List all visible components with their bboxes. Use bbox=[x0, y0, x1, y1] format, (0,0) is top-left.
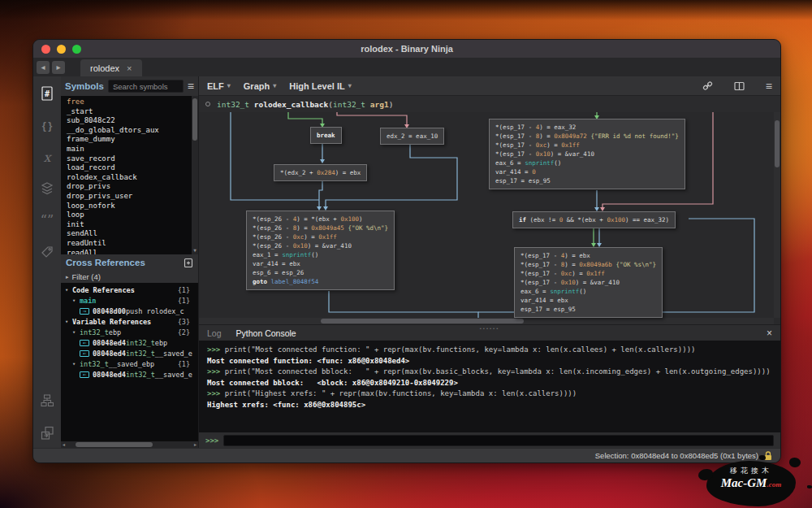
menu-elf[interactable]: ELF▾ bbox=[207, 81, 231, 91]
xrefs-panel-icon[interactable] bbox=[37, 420, 58, 445]
link-icon[interactable] bbox=[702, 80, 713, 91]
panel-resize-handle[interactable]: •••••• bbox=[480, 326, 500, 331]
symbol-item[interactable]: drop_privs_user bbox=[67, 192, 198, 202]
xref-row[interactable]: ▾main{1} bbox=[61, 295, 198, 306]
console-input[interactable] bbox=[223, 435, 774, 446]
scroll-down-icon[interactable]: ▼ bbox=[192, 245, 198, 254]
tags-icon[interactable] bbox=[37, 240, 58, 264]
stack-icon[interactable] bbox=[37, 176, 58, 201]
xref-row[interactable]: ←08048ed4 int32_t __saved_e bbox=[61, 348, 198, 358]
status-bar: Selection: 0x8048ed4 to 0x8048ed5 (0x1 b… bbox=[33, 448, 780, 462]
console-output[interactable]: >>> print("Most connected function: " + … bbox=[199, 341, 780, 432]
sidebar-icon-strip: # { } x “” bbox=[33, 76, 61, 448]
caret-down-icon: ▾ bbox=[273, 82, 276, 89]
strings-icon[interactable]: “” bbox=[37, 208, 58, 232]
xref-row[interactable]: ▾int32_t ebp{2} bbox=[61, 327, 198, 337]
symbol-item[interactable]: loop_nofork bbox=[67, 202, 198, 211]
back-button[interactable]: ◂ bbox=[37, 61, 50, 74]
twisty-icon[interactable]: ▸ bbox=[66, 274, 69, 280]
xref-out-icon: → bbox=[80, 308, 89, 315]
split-view-icon[interactable] bbox=[734, 81, 745, 91]
symbols-scrollbar[interactable]: ▲ ▼ bbox=[192, 96, 198, 254]
xref-row[interactable]: ▾Variable References{3} bbox=[61, 316, 198, 327]
caret-down-icon: ▾ bbox=[227, 82, 231, 89]
graph-vscrollbar[interactable] bbox=[774, 112, 780, 318]
minimize-window-button[interactable] bbox=[57, 45, 66, 54]
symbol-item[interactable]: _start bbox=[67, 107, 198, 117]
graph-hscrollbar[interactable] bbox=[199, 318, 774, 324]
symbol-item[interactable]: frame_dummy bbox=[67, 135, 198, 145]
types-icon[interactable]: { } bbox=[37, 113, 58, 137]
menu-graph[interactable]: Graph▾ bbox=[244, 81, 276, 91]
xref-in-icon: ← bbox=[80, 371, 89, 378]
console-line: Most connected bblock: <block: x86@0x804… bbox=[207, 378, 772, 389]
mini-graph-icon[interactable] bbox=[37, 389, 58, 413]
graph-view[interactable]: breakedx_2 = eax_10*(edx_2 + 0x284) = eb… bbox=[199, 112, 780, 324]
twisty-icon[interactable]: ▾ bbox=[72, 297, 80, 304]
forward-button[interactable]: ▸ bbox=[52, 61, 65, 74]
tab-label: rolodex bbox=[90, 63, 119, 73]
filter-label: Filter (4) bbox=[72, 272, 101, 281]
symbol-item[interactable]: drop_privs bbox=[67, 182, 198, 192]
symbol-item[interactable]: free bbox=[67, 98, 198, 107]
block-ok-d[interactable]: *(esp_26 - 4) = *(ebx + 0x100)*(esp_26 -… bbox=[246, 211, 395, 290]
symbol-item[interactable]: save_record bbox=[67, 154, 198, 164]
block-if[interactable]: if (ebx != 0 && *(ebx + 0x100) == eax_32… bbox=[512, 211, 676, 228]
symbol-item[interactable]: __do_global_dtors_aux bbox=[67, 126, 198, 136]
symbol-item[interactable]: main bbox=[67, 145, 198, 154]
symbol-item[interactable]: sub_8048c22 bbox=[67, 116, 198, 126]
symbol-item[interactable]: rolodex_callback bbox=[67, 173, 198, 183]
symbols-menu-icon[interactable]: ≡ bbox=[188, 80, 194, 92]
main-view: ELF▾ Graph▾ High Level IL▾ bbox=[199, 76, 780, 448]
xref-row[interactable]: ▾Code References{1} bbox=[61, 284, 198, 295]
symbol-item[interactable]: loop bbox=[67, 211, 198, 220]
watermark-line1: 移花接木 bbox=[706, 466, 796, 476]
scroll-right-icon[interactable]: ▸ bbox=[194, 441, 197, 448]
tab-python-console[interactable]: Python Console bbox=[236, 328, 296, 338]
variables-icon[interactable]: x bbox=[37, 145, 58, 169]
xref-row[interactable]: ▾int32_t __saved_ebp{1} bbox=[61, 358, 198, 369]
xref-row[interactable]: ←08048ed4 int32_t ebp bbox=[61, 337, 198, 348]
block-err[interactable]: *(esp_17 - 4) = eax_32*(esp_17 - 8) = 0x… bbox=[489, 119, 685, 189]
new-pane-icon[interactable] bbox=[184, 258, 193, 268]
search-input[interactable] bbox=[108, 80, 184, 93]
symbol-item[interactable]: init bbox=[67, 220, 198, 230]
function-signature-bar[interactable]: int32_t rolodex_callback(int32_t arg1) bbox=[199, 96, 780, 112]
tab-log[interactable]: Log bbox=[207, 328, 222, 338]
title-bar[interactable]: rolodex - Binary Ninja bbox=[33, 40, 780, 58]
menu-il-level[interactable]: High Level IL▾ bbox=[289, 81, 351, 91]
symbol-item[interactable]: load_record bbox=[67, 163, 198, 173]
twisty-icon[interactable]: ▾ bbox=[72, 329, 80, 336]
watermark: 移花接木 Mac-GM.com bbox=[695, 458, 807, 508]
symbol-item[interactable]: sendAll bbox=[67, 229, 198, 239]
lock-icon[interactable] bbox=[764, 451, 772, 461]
block-break[interactable]: break bbox=[310, 127, 342, 144]
symbols-icon[interactable]: # bbox=[37, 81, 58, 106]
prompt-label: >>> bbox=[205, 436, 218, 445]
symbol-item[interactable]: readUntil bbox=[67, 239, 198, 249]
symbol-item[interactable]: readAll bbox=[67, 249, 198, 255]
console-line: Highest xrefs: <func: x86@0x804895c> bbox=[207, 400, 772, 411]
xrefs-filter-row[interactable]: ▸ Filter (4) bbox=[61, 271, 198, 283]
block-store[interactable]: *(edx_2 + 0x284) = ebx bbox=[274, 164, 367, 181]
tab-close-icon[interactable]: × bbox=[127, 63, 132, 73]
twisty-icon[interactable]: ▾ bbox=[65, 287, 72, 293]
tab-rolodex[interactable]: rolodex × bbox=[80, 59, 142, 76]
function-signature: int32_t rolodex_callback(int32_t arg1) bbox=[217, 100, 393, 109]
console-input-row: >>> bbox=[199, 432, 780, 448]
xref-row[interactable]: ←08048ed4 int32_t __saved_e bbox=[61, 369, 198, 380]
twisty-icon[interactable]: ▾ bbox=[65, 319, 72, 325]
scroll-left-icon[interactable]: ◂ bbox=[63, 441, 65, 448]
xref-row[interactable]: →08048d00 push rolodex_c bbox=[61, 306, 198, 316]
view-menu-icon[interactable]: ≡ bbox=[766, 80, 772, 93]
symbols-panel-title: Symbols bbox=[65, 81, 104, 91]
console-close-icon[interactable]: × bbox=[767, 328, 772, 339]
twisty-icon[interactable]: ▾ bbox=[72, 361, 80, 367]
xrefs-hscrollbar[interactable]: ◂ ▸ bbox=[61, 441, 198, 448]
zoom-window-button[interactable] bbox=[72, 45, 81, 54]
svg-text:#: # bbox=[45, 89, 50, 98]
desktop-wallpaper: rolodex - Binary Ninja ◂ ▸ rolodex × # {… bbox=[0, 0, 812, 508]
block-ok-s[interactable]: *(esp_17 - 4) = ebx*(esp_17 - 8) = 0x804… bbox=[514, 247, 663, 318]
block-edx2[interactable]: edx_2 = eax_10 bbox=[380, 128, 444, 145]
close-window-button[interactable] bbox=[41, 45, 50, 54]
